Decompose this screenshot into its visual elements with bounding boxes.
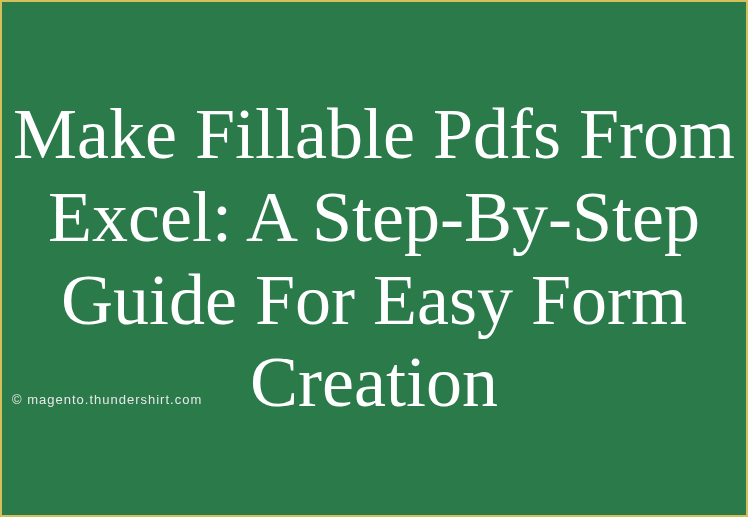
watermark-text: © magento.thundershirt.com — [12, 392, 202, 407]
banner-container: Make Fillable Pdfs From Excel: A Step-By… — [0, 0, 748, 517]
main-title: Make Fillable Pdfs From Excel: A Step-By… — [2, 93, 746, 424]
